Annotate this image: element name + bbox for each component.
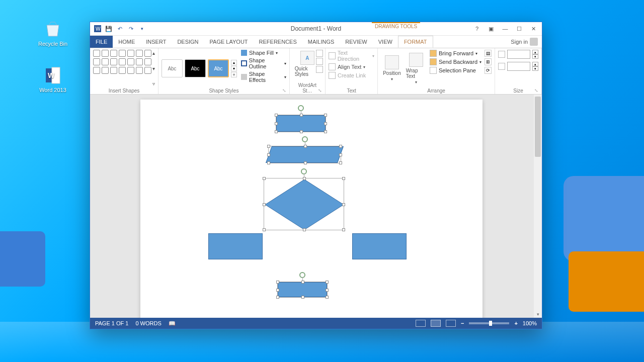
shape-process-1[interactable] [276,115,326,132]
selection-box-2[interactable] [268,146,341,163]
shape-outline-button[interactable]: Shape Outline▾ [241,57,286,69]
recycle-bin-label: Recycle Bin [35,41,70,47]
group-button[interactable]: ⊞ [485,58,492,65]
outline-swatch-icon [241,60,247,66]
tab-mailings[interactable]: MAILINGS [302,36,340,48]
tab-review[interactable]: REVIEW [340,36,372,48]
shape-process-left[interactable] [208,233,263,259]
text-outline-icon[interactable] [316,58,323,65]
tab-page-layout[interactable]: PAGE LAYOUT [204,36,254,48]
zoom-out-button[interactable]: − [461,320,464,326]
help-icon[interactable]: ? [471,24,482,33]
ribbon-display-icon[interactable]: ▣ [486,24,497,33]
selection-box-3[interactable] [264,178,344,230]
shape-process-bottom[interactable] [278,282,327,297]
print-layout-button[interactable] [431,320,441,327]
document-area[interactable]: ▾ [90,95,542,318]
svg-marker-5 [265,179,344,230]
vertical-scrollbar[interactable]: ▾ [534,95,542,318]
group-wordart: A Quick Styles WordArt St…⤡ [290,48,326,94]
shape-process-right[interactable] [352,233,407,259]
height-down[interactable]: ▾ [532,54,538,59]
tab-home[interactable]: HOME [113,36,140,48]
width-input[interactable] [507,62,530,71]
text-direction-button: Text Direction▾ [329,50,374,62]
close-button[interactable]: ✕ [528,24,539,33]
gallery-up-icon[interactable]: ▴ [152,50,155,56]
tab-format[interactable]: FORMAT [398,36,433,48]
save-icon[interactable]: 💾 [105,25,112,32]
recycle-bin[interactable]: Recycle Bin [35,19,70,47]
height-input[interactable] [507,50,530,59]
shape-styles-dialog-icon[interactable]: ⤡ [282,88,286,93]
style-thumb-3-selected[interactable]: Abc [208,59,229,77]
status-page[interactable]: PAGE 1 OF 1 [95,320,128,326]
web-layout-button[interactable] [446,320,456,327]
style-thumb-2[interactable]: Abc [185,59,206,77]
styles-more-icon[interactable]: ▿ [231,72,237,77]
tab-view[interactable]: VIEW [373,36,398,48]
undo-icon[interactable]: ↶ [116,25,123,32]
rotate-button[interactable]: ⟳ [485,67,492,74]
scroll-down-icon[interactable]: ▾ [534,311,542,318]
send-backward-button[interactable]: Send Backward▾ [430,58,481,65]
shape-data-1[interactable] [266,146,344,163]
bring-forward-icon [430,50,437,57]
wordart-dialog-icon[interactable]: ⤡ [318,88,322,93]
rotate-handle-icon[interactable] [299,272,305,278]
align-text-button[interactable]: Align Text▾ [329,63,374,70]
word-shortcut[interactable]: W Word 2013 [35,65,70,93]
scrollbar-thumb[interactable] [535,97,541,157]
fill-swatch-icon [241,50,247,56]
selection-pane-button[interactable]: Selection Pane [430,67,481,74]
read-mode-button[interactable] [416,320,426,327]
status-words[interactable]: 0 WORDS [135,320,161,326]
align-button[interactable]: ▤ [485,50,492,57]
gallery-down-icon[interactable]: ▾ [152,66,155,71]
height-up[interactable]: ▴ [532,50,538,54]
width-down[interactable]: ▾ [532,66,538,71]
zoom-thumb[interactable] [489,321,492,326]
wrap-text-icon [409,53,423,67]
text-effects-icon[interactable] [316,66,323,73]
styles-down-icon[interactable]: ▾ [231,66,237,71]
group-arrange: Position▾ Wrap Text▾ Bring Forward▾ Send… [378,48,495,94]
ribbon: ▴ ▾ ▿ Insert Shapes Abc Abc Abc ▴ ▾ ▿ [90,48,542,95]
shape-gallery[interactable] [93,50,151,87]
rotate-handle-icon[interactable] [298,105,304,111]
window-title: Document1 - Word [291,25,341,32]
style-thumb-1[interactable]: Abc [162,59,183,77]
effects-icon [241,74,247,80]
zoom-level[interactable]: 100% [523,320,537,326]
tab-references[interactable]: REFERENCES [254,36,302,48]
selection-box-4[interactable] [277,282,328,298]
text-fill-icon[interactable] [316,50,323,57]
minimize-button[interactable]: — [500,24,511,33]
tab-file[interactable]: FILE [90,36,113,48]
shape-fill-button[interactable]: Shape Fill▾ [241,50,286,56]
width-up[interactable]: ▴ [532,62,538,66]
bring-forward-button[interactable]: Bring Forward▾ [430,50,481,57]
proofing-icon[interactable]: 📖 [169,320,176,327]
tab-insert[interactable]: INSERT [140,36,172,48]
position-button[interactable]: Position▾ [381,50,403,87]
rotate-handle-icon[interactable] [302,136,308,142]
selection-box-1[interactable] [276,115,326,132]
titlebar: W 💾 ↶ ↷ ▾ Document1 - Word DRAWING TOOLS… [90,22,542,36]
group-label-text: Text [329,87,374,94]
zoom-in-button[interactable]: + [514,320,517,326]
gallery-more-icon[interactable]: ▿ [152,81,155,86]
qat-customize-icon[interactable]: ▾ [138,25,145,32]
size-dialog-icon[interactable]: ⤡ [534,88,538,93]
tab-design[interactable]: DESIGN [172,36,204,48]
styles-up-icon[interactable]: ▴ [231,60,237,65]
group-text: Text Direction▾ Align Text▾ Create Link … [326,48,378,94]
zoom-slider[interactable] [469,322,509,324]
word-icon: W [43,65,63,85]
sign-in[interactable]: Sign in [507,36,542,48]
rotate-handle-icon[interactable] [301,168,307,174]
shape-effects-button[interactable]: Shape Effects▾ [241,71,286,83]
wrap-text-button[interactable]: Wrap Text▾ [404,50,429,87]
redo-icon[interactable]: ↷ [127,25,134,32]
maximize-button[interactable]: ☐ [514,24,525,33]
